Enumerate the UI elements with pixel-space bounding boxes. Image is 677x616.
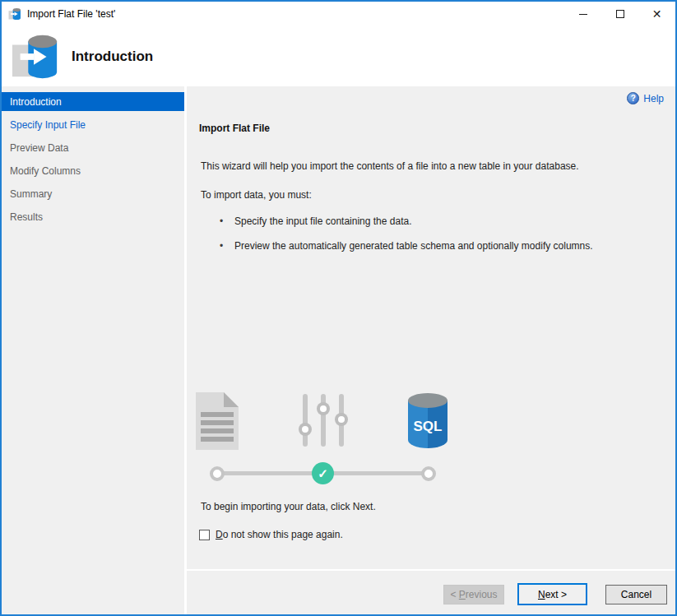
progress-node-start	[210, 466, 225, 481]
sql-label: SQL	[414, 419, 443, 434]
progress-node-check-icon: ✓	[312, 462, 334, 484]
maximize-icon	[616, 10, 624, 18]
app-icon	[8, 7, 21, 21]
main-panel: ? Help Import Flat File This wizard will…	[187, 86, 675, 614]
cancel-button[interactable]: Cancel	[605, 585, 667, 604]
import-database-icon	[11, 31, 60, 82]
flat-file-icon	[194, 391, 240, 452]
bullet-text: Preview the automatically generated tabl…	[234, 240, 593, 252]
sliders-icon	[298, 389, 349, 452]
checkbox-label: Do not show this page again.	[216, 529, 343, 540]
title-bar: Import Flat File 'test' ✕	[2, 2, 675, 26]
help-icon: ?	[627, 92, 639, 104]
instruction-text: To import data, you must:	[201, 189, 312, 201]
sidebar-item-modify-columns[interactable]: Modify Columns	[2, 161, 184, 180]
window-controls: ✕	[564, 2, 675, 26]
next-hint-text: To begin importing your data, click Next…	[201, 501, 376, 512]
wizard-header: Introduction	[2, 26, 675, 86]
close-icon: ✕	[652, 8, 662, 20]
sidebar-item-preview-data[interactable]: Preview Data	[2, 138, 184, 157]
bullet-icon: •	[220, 240, 228, 252]
previous-button: < Previous	[443, 585, 504, 604]
sidebar-item-results[interactable]: Results	[2, 207, 184, 226]
content-area: Introduction Specify Input File Preview …	[2, 86, 675, 614]
minimize-button[interactable]	[564, 2, 601, 26]
sql-database-icon: SQL	[406, 392, 449, 450]
bullet-text: Specify the input file containing the da…	[234, 215, 411, 227]
wizard-steps-sidebar: Introduction Specify Input File Preview …	[2, 86, 187, 614]
bullet-item: • Preview the automatically generated ta…	[220, 240, 593, 252]
import-flat-file-window: Import Flat File 'test' ✕ Introduction I…	[0, 0, 677, 616]
sidebar-item-summary[interactable]: Summary	[2, 184, 184, 203]
bullet-icon: •	[220, 215, 228, 227]
close-button[interactable]: ✕	[638, 2, 675, 26]
window-title: Import Flat File 'test'	[27, 8, 115, 20]
sidebar-item-specify-input-file[interactable]: Specify Input File	[2, 115, 184, 134]
intro-text: This wizard will help you import the con…	[201, 160, 579, 172]
do-not-show-checkbox[interactable]	[199, 530, 210, 540]
bullet-item: • Specify the input file containing the …	[220, 215, 411, 227]
help-link[interactable]: ? Help	[627, 92, 664, 104]
page-title: Introduction	[72, 49, 153, 65]
sidebar-item-introduction[interactable]: Introduction	[2, 92, 184, 111]
do-not-show-checkbox-row[interactable]: Do not show this page again.	[199, 529, 343, 540]
next-button[interactable]: Next >	[517, 583, 587, 605]
maximize-button[interactable]	[601, 2, 638, 26]
footer-separator	[187, 569, 675, 571]
progress-node-end	[421, 466, 436, 481]
pane-heading: Import Flat File	[199, 123, 270, 134]
help-label: Help	[643, 93, 664, 104]
minimize-icon	[579, 14, 587, 15]
